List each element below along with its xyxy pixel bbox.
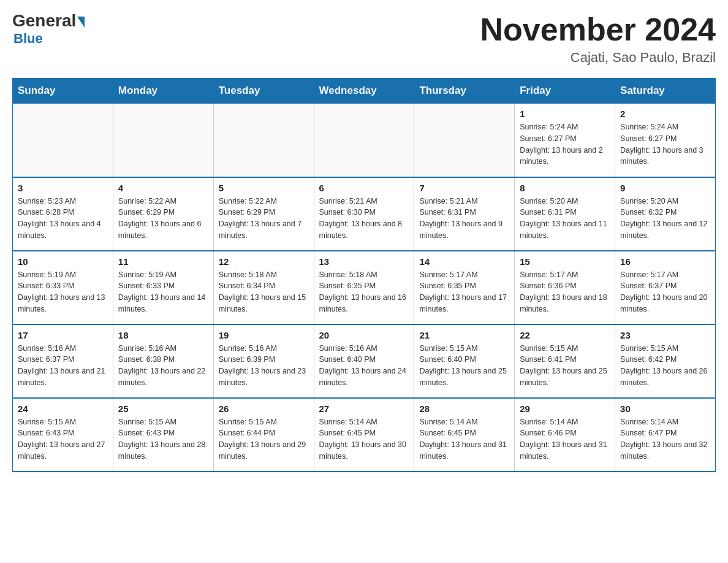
calendar-table: SundayMondayTuesdayWednesdayThursdayFrid… xyxy=(12,78,716,472)
day-number: 1 xyxy=(520,109,610,119)
calendar-cell: 12Sunrise: 5:18 AM Sunset: 6:34 PM Dayli… xyxy=(213,251,314,324)
calendar-week-row: 3Sunrise: 5:23 AM Sunset: 6:28 PM Daylig… xyxy=(13,177,716,251)
day-info: Sunrise: 5:15 AM Sunset: 6:44 PM Dayligh… xyxy=(219,416,309,462)
day-number: 16 xyxy=(620,256,710,267)
logo-triangle-icon xyxy=(77,17,85,28)
day-number: 23 xyxy=(620,330,710,340)
calendar-cell xyxy=(414,104,515,177)
calendar-cell: 19Sunrise: 5:16 AM Sunset: 6:39 PM Dayli… xyxy=(213,324,314,398)
day-info: Sunrise: 5:20 AM Sunset: 6:32 PM Dayligh… xyxy=(620,196,710,242)
day-number: 11 xyxy=(118,256,208,267)
day-info: Sunrise: 5:14 AM Sunset: 6:45 PM Dayligh… xyxy=(319,416,409,462)
calendar-cell xyxy=(13,104,113,177)
calendar-cell: 8Sunrise: 5:20 AM Sunset: 6:31 PM Daylig… xyxy=(515,177,615,251)
calendar-cell: 7Sunrise: 5:21 AM Sunset: 6:31 PM Daylig… xyxy=(414,177,515,251)
day-info: Sunrise: 5:16 AM Sunset: 6:38 PM Dayligh… xyxy=(118,343,208,389)
calendar-cell: 16Sunrise: 5:17 AM Sunset: 6:37 PM Dayli… xyxy=(615,251,716,324)
day-number: 22 xyxy=(520,330,610,340)
calendar-cell: 9Sunrise: 5:20 AM Sunset: 6:32 PM Daylig… xyxy=(615,177,716,251)
day-info: Sunrise: 5:14 AM Sunset: 6:45 PM Dayligh… xyxy=(419,416,509,462)
day-header-wednesday: Wednesday xyxy=(314,79,414,104)
day-number: 27 xyxy=(319,404,409,414)
day-number: 12 xyxy=(219,256,309,267)
day-number: 28 xyxy=(419,404,509,414)
day-info: Sunrise: 5:22 AM Sunset: 6:29 PM Dayligh… xyxy=(118,196,208,242)
day-info: Sunrise: 5:16 AM Sunset: 6:39 PM Dayligh… xyxy=(219,343,309,389)
day-header-monday: Monday xyxy=(113,79,213,104)
calendar-cell: 28Sunrise: 5:14 AM Sunset: 6:45 PM Dayli… xyxy=(414,398,515,472)
day-number: 30 xyxy=(620,404,710,414)
calendar-cell: 2Sunrise: 5:24 AM Sunset: 6:27 PM Daylig… xyxy=(615,104,716,177)
calendar-cell xyxy=(213,104,314,177)
day-info: Sunrise: 5:18 AM Sunset: 6:35 PM Dayligh… xyxy=(319,269,409,315)
title-block: November 2024 Cajati, Sao Paulo, Brazil xyxy=(480,12,716,66)
day-number: 8 xyxy=(520,183,610,193)
day-info: Sunrise: 5:18 AM Sunset: 6:34 PM Dayligh… xyxy=(219,269,309,315)
calendar-cell: 24Sunrise: 5:15 AM Sunset: 6:43 PM Dayli… xyxy=(13,398,113,472)
page-header: General Blue November 2024 Cajati, Sao P… xyxy=(12,12,716,66)
day-number: 5 xyxy=(219,183,309,193)
calendar-week-row: 24Sunrise: 5:15 AM Sunset: 6:43 PM Dayli… xyxy=(13,398,716,472)
day-info: Sunrise: 5:17 AM Sunset: 6:35 PM Dayligh… xyxy=(419,269,509,315)
day-info: Sunrise: 5:15 AM Sunset: 6:42 PM Dayligh… xyxy=(620,343,710,389)
day-info: Sunrise: 5:17 AM Sunset: 6:37 PM Dayligh… xyxy=(620,269,710,315)
day-number: 25 xyxy=(118,404,208,414)
day-number: 10 xyxy=(18,256,108,267)
day-info: Sunrise: 5:15 AM Sunset: 6:41 PM Dayligh… xyxy=(520,343,610,389)
calendar-cell: 3Sunrise: 5:23 AM Sunset: 6:28 PM Daylig… xyxy=(13,177,113,251)
day-number: 26 xyxy=(219,404,309,414)
location: Cajati, Sao Paulo, Brazil xyxy=(480,50,716,66)
calendar-cell: 4Sunrise: 5:22 AM Sunset: 6:29 PM Daylig… xyxy=(113,177,213,251)
calendar-cell: 13Sunrise: 5:18 AM Sunset: 6:35 PM Dayli… xyxy=(314,251,414,324)
calendar-cell: 10Sunrise: 5:19 AM Sunset: 6:33 PM Dayli… xyxy=(13,251,113,324)
day-info: Sunrise: 5:23 AM Sunset: 6:28 PM Dayligh… xyxy=(18,196,108,242)
day-info: Sunrise: 5:15 AM Sunset: 6:43 PM Dayligh… xyxy=(18,416,108,462)
day-number: 29 xyxy=(520,404,610,414)
day-number: 2 xyxy=(620,109,710,119)
calendar-cell: 5Sunrise: 5:22 AM Sunset: 6:29 PM Daylig… xyxy=(213,177,314,251)
calendar-cell: 26Sunrise: 5:15 AM Sunset: 6:44 PM Dayli… xyxy=(213,398,314,472)
day-info: Sunrise: 5:19 AM Sunset: 6:33 PM Dayligh… xyxy=(18,269,108,315)
calendar-cell: 6Sunrise: 5:21 AM Sunset: 6:30 PM Daylig… xyxy=(314,177,414,251)
calendar-cell: 17Sunrise: 5:16 AM Sunset: 6:37 PM Dayli… xyxy=(13,324,113,398)
calendar-cell: 25Sunrise: 5:15 AM Sunset: 6:43 PM Dayli… xyxy=(113,398,213,472)
day-info: Sunrise: 5:15 AM Sunset: 6:43 PM Dayligh… xyxy=(118,416,208,462)
calendar-cell: 21Sunrise: 5:15 AM Sunset: 6:40 PM Dayli… xyxy=(414,324,515,398)
day-header-sunday: Sunday xyxy=(13,79,113,104)
calendar-cell: 11Sunrise: 5:19 AM Sunset: 6:33 PM Dayli… xyxy=(113,251,213,324)
day-info: Sunrise: 5:16 AM Sunset: 6:37 PM Dayligh… xyxy=(18,343,108,389)
day-info: Sunrise: 5:14 AM Sunset: 6:47 PM Dayligh… xyxy=(620,416,710,462)
calendar-cell: 27Sunrise: 5:14 AM Sunset: 6:45 PM Dayli… xyxy=(314,398,414,472)
calendar-cell: 1Sunrise: 5:24 AM Sunset: 6:27 PM Daylig… xyxy=(515,104,615,177)
day-number: 18 xyxy=(118,330,208,340)
calendar-cell: 18Sunrise: 5:16 AM Sunset: 6:38 PM Dayli… xyxy=(113,324,213,398)
day-number: 6 xyxy=(319,183,409,193)
day-number: 19 xyxy=(219,330,309,340)
calendar-week-row: 10Sunrise: 5:19 AM Sunset: 6:33 PM Dayli… xyxy=(13,251,716,324)
day-info: Sunrise: 5:24 AM Sunset: 6:27 PM Dayligh… xyxy=(520,121,610,167)
day-header-friday: Friday xyxy=(515,79,615,104)
calendar-cell xyxy=(314,104,414,177)
calendar-cell xyxy=(113,104,213,177)
day-header-tuesday: Tuesday xyxy=(213,79,314,104)
day-info: Sunrise: 5:16 AM Sunset: 6:40 PM Dayligh… xyxy=(319,343,409,389)
calendar-week-row: 1Sunrise: 5:24 AM Sunset: 6:27 PM Daylig… xyxy=(13,104,716,177)
day-number: 14 xyxy=(419,256,509,267)
day-number: 17 xyxy=(18,330,108,340)
calendar-cell: 22Sunrise: 5:15 AM Sunset: 6:41 PM Dayli… xyxy=(515,324,615,398)
day-number: 4 xyxy=(118,183,208,193)
day-number: 21 xyxy=(419,330,509,340)
day-number: 24 xyxy=(18,404,108,414)
day-info: Sunrise: 5:21 AM Sunset: 6:30 PM Dayligh… xyxy=(319,196,409,242)
day-number: 3 xyxy=(18,183,108,193)
day-info: Sunrise: 5:22 AM Sunset: 6:29 PM Dayligh… xyxy=(219,196,309,242)
calendar-cell: 30Sunrise: 5:14 AM Sunset: 6:47 PM Dayli… xyxy=(615,398,716,472)
calendar-cell: 23Sunrise: 5:15 AM Sunset: 6:42 PM Dayli… xyxy=(615,324,716,398)
day-number: 9 xyxy=(620,183,710,193)
day-number: 13 xyxy=(319,256,409,267)
day-info: Sunrise: 5:21 AM Sunset: 6:31 PM Dayligh… xyxy=(419,196,509,242)
day-number: 15 xyxy=(520,256,610,267)
day-info: Sunrise: 5:20 AM Sunset: 6:31 PM Dayligh… xyxy=(520,196,610,242)
month-title: November 2024 xyxy=(480,12,716,47)
day-info: Sunrise: 5:19 AM Sunset: 6:33 PM Dayligh… xyxy=(118,269,208,315)
